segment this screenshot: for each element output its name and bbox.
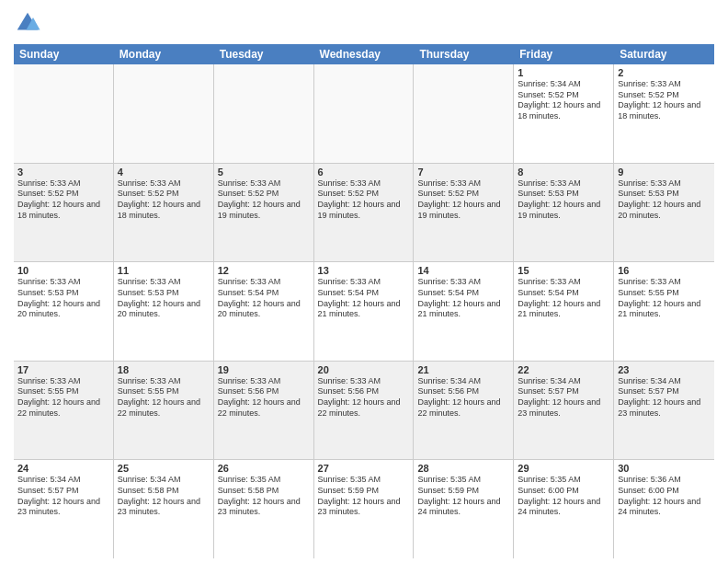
day-number: 25 xyxy=(118,463,210,474)
calendar-week: 17Sunrise: 5:33 AMSunset: 5:55 PMDayligh… xyxy=(14,362,714,461)
calendar-cell: 3Sunrise: 5:33 AMSunset: 5:52 PMDaylight… xyxy=(14,164,114,262)
day-info: Sunrise: 5:34 AMSunset: 5:57 PMDaylight:… xyxy=(518,376,609,419)
day-info: Sunrise: 5:33 AMSunset: 5:54 PMDaylight:… xyxy=(518,277,609,320)
day-number: 21 xyxy=(417,364,509,375)
day-number: 4 xyxy=(118,167,210,178)
day-info: Sunrise: 5:33 AMSunset: 5:53 PMDaylight:… xyxy=(17,277,109,320)
calendar-cell: 16Sunrise: 5:33 AMSunset: 5:55 PMDayligh… xyxy=(614,262,714,361)
calendar-cell xyxy=(114,64,214,163)
weekday-header: Friday xyxy=(514,44,614,64)
calendar-cell xyxy=(314,64,415,163)
day-number: 17 xyxy=(17,364,109,375)
calendar-header: SundayMondayTuesdayWednesdayThursdayFrid… xyxy=(14,44,714,64)
calendar-week: 3Sunrise: 5:33 AMSunset: 5:52 PMDaylight… xyxy=(14,164,714,263)
day-info: Sunrise: 5:33 AMSunset: 5:52 PMDaylight:… xyxy=(417,178,509,222)
day-info: Sunrise: 5:35 AMSunset: 5:59 PMDaylight:… xyxy=(417,475,509,518)
calendar-cell: 8Sunrise: 5:33 AMSunset: 5:53 PMDaylight… xyxy=(514,164,614,262)
day-number: 18 xyxy=(118,364,210,375)
calendar-cell: 13Sunrise: 5:33 AMSunset: 5:54 PMDayligh… xyxy=(314,262,415,361)
weekday-header: Tuesday xyxy=(214,44,314,64)
calendar-cell: 24Sunrise: 5:34 AMSunset: 5:57 PMDayligh… xyxy=(14,460,114,558)
day-info: Sunrise: 5:33 AMSunset: 5:52 PMDaylight:… xyxy=(17,178,109,222)
weekday-header: Wednesday xyxy=(314,44,415,64)
day-info: Sunrise: 5:36 AMSunset: 6:00 PMDaylight:… xyxy=(618,475,711,518)
day-number: 8 xyxy=(518,167,609,178)
calendar-cell xyxy=(414,64,514,163)
day-info: Sunrise: 5:34 AMSunset: 5:58 PMDaylight:… xyxy=(118,475,210,518)
day-info: Sunrise: 5:33 AMSunset: 5:52 PMDaylight:… xyxy=(318,178,410,222)
day-info: Sunrise: 5:33 AMSunset: 5:55 PMDaylight:… xyxy=(17,376,109,419)
day-number: 12 xyxy=(218,265,310,276)
day-info: Sunrise: 5:33 AMSunset: 5:53 PMDaylight:… xyxy=(618,178,711,222)
day-number: 26 xyxy=(218,463,310,474)
day-number: 11 xyxy=(118,265,210,276)
day-number: 14 xyxy=(417,265,509,276)
day-info: Sunrise: 5:34 AMSunset: 5:57 PMDaylight:… xyxy=(17,475,109,518)
calendar-week: 10Sunrise: 5:33 AMSunset: 5:53 PMDayligh… xyxy=(14,262,714,362)
page-header xyxy=(14,9,714,37)
calendar-cell: 25Sunrise: 5:34 AMSunset: 5:58 PMDayligh… xyxy=(114,460,214,558)
calendar-cell: 27Sunrise: 5:35 AMSunset: 5:59 PMDayligh… xyxy=(314,460,415,558)
day-number: 29 xyxy=(518,463,609,474)
calendar-cell: 12Sunrise: 5:33 AMSunset: 5:54 PMDayligh… xyxy=(214,262,314,361)
day-number: 19 xyxy=(218,364,310,375)
calendar-cell: 6Sunrise: 5:33 AMSunset: 5:52 PMDaylight… xyxy=(314,164,415,262)
day-number: 15 xyxy=(518,265,609,276)
day-number: 22 xyxy=(518,364,609,375)
day-info: Sunrise: 5:33 AMSunset: 5:56 PMDaylight:… xyxy=(218,376,310,419)
calendar-cell: 9Sunrise: 5:33 AMSunset: 5:53 PMDaylight… xyxy=(614,164,714,262)
day-info: Sunrise: 5:33 AMSunset: 5:52 PMDaylight:… xyxy=(118,178,210,222)
calendar-cell xyxy=(14,64,114,163)
day-info: Sunrise: 5:33 AMSunset: 5:52 PMDaylight:… xyxy=(218,178,310,222)
day-number: 23 xyxy=(618,364,711,375)
day-info: Sunrise: 5:33 AMSunset: 5:52 PMDaylight:… xyxy=(618,79,711,122)
weekday-header: Thursday xyxy=(414,44,514,64)
day-number: 2 xyxy=(618,67,711,78)
day-number: 27 xyxy=(318,463,410,474)
weekday-header: Sunday xyxy=(14,44,114,64)
calendar-cell: 28Sunrise: 5:35 AMSunset: 5:59 PMDayligh… xyxy=(414,460,514,558)
day-number: 6 xyxy=(318,167,410,178)
calendar-week: 24Sunrise: 5:34 AMSunset: 5:57 PMDayligh… xyxy=(14,460,714,558)
calendar-cell: 1Sunrise: 5:34 AMSunset: 5:52 PMDaylight… xyxy=(514,64,614,163)
day-info: Sunrise: 5:33 AMSunset: 5:56 PMDaylight:… xyxy=(318,376,410,419)
day-number: 24 xyxy=(17,463,109,474)
calendar-cell xyxy=(214,64,314,163)
calendar-cell: 2Sunrise: 5:33 AMSunset: 5:52 PMDaylight… xyxy=(614,64,714,163)
calendar-body: 1Sunrise: 5:34 AMSunset: 5:52 PMDaylight… xyxy=(14,64,714,558)
day-info: Sunrise: 5:34 AMSunset: 5:56 PMDaylight:… xyxy=(417,376,509,419)
day-info: Sunrise: 5:33 AMSunset: 5:55 PMDaylight:… xyxy=(618,277,711,320)
day-number: 9 xyxy=(618,167,711,178)
logo-icon xyxy=(14,9,41,37)
day-number: 5 xyxy=(218,167,310,178)
day-info: Sunrise: 5:33 AMSunset: 5:54 PMDaylight:… xyxy=(218,277,310,320)
day-number: 16 xyxy=(618,265,711,276)
calendar-cell: 15Sunrise: 5:33 AMSunset: 5:54 PMDayligh… xyxy=(514,262,614,361)
day-number: 28 xyxy=(417,463,509,474)
calendar-cell: 29Sunrise: 5:35 AMSunset: 6:00 PMDayligh… xyxy=(514,460,614,558)
calendar-cell: 11Sunrise: 5:33 AMSunset: 5:53 PMDayligh… xyxy=(114,262,214,361)
calendar-cell: 20Sunrise: 5:33 AMSunset: 5:56 PMDayligh… xyxy=(314,362,415,460)
day-number: 7 xyxy=(417,167,509,178)
calendar-week: 1Sunrise: 5:34 AMSunset: 5:52 PMDaylight… xyxy=(14,64,714,164)
calendar-cell: 22Sunrise: 5:34 AMSunset: 5:57 PMDayligh… xyxy=(514,362,614,460)
calendar-cell: 10Sunrise: 5:33 AMSunset: 5:53 PMDayligh… xyxy=(14,262,114,361)
weekday-header: Monday xyxy=(114,44,214,64)
day-number: 3 xyxy=(17,167,109,178)
calendar-cell: 18Sunrise: 5:33 AMSunset: 5:55 PMDayligh… xyxy=(114,362,214,460)
day-number: 1 xyxy=(518,67,609,78)
calendar-cell: 4Sunrise: 5:33 AMSunset: 5:52 PMDaylight… xyxy=(114,164,214,262)
day-info: Sunrise: 5:35 AMSunset: 6:00 PMDaylight:… xyxy=(518,475,609,518)
calendar-cell: 26Sunrise: 5:35 AMSunset: 5:58 PMDayligh… xyxy=(214,460,314,558)
calendar-cell: 7Sunrise: 5:33 AMSunset: 5:52 PMDaylight… xyxy=(414,164,514,262)
day-number: 20 xyxy=(318,364,410,375)
day-info: Sunrise: 5:33 AMSunset: 5:54 PMDaylight:… xyxy=(417,277,509,320)
day-number: 30 xyxy=(618,463,711,474)
day-info: Sunrise: 5:33 AMSunset: 5:55 PMDaylight:… xyxy=(118,376,210,419)
day-info: Sunrise: 5:33 AMSunset: 5:54 PMDaylight:… xyxy=(318,277,410,320)
day-number: 13 xyxy=(318,265,410,276)
calendar-cell: 30Sunrise: 5:36 AMSunset: 6:00 PMDayligh… xyxy=(614,460,714,558)
page-container: SundayMondayTuesdayWednesdayThursdayFrid… xyxy=(0,0,728,563)
calendar-cell: 5Sunrise: 5:33 AMSunset: 5:52 PMDaylight… xyxy=(214,164,314,262)
calendar-cell: 23Sunrise: 5:34 AMSunset: 5:57 PMDayligh… xyxy=(614,362,714,460)
